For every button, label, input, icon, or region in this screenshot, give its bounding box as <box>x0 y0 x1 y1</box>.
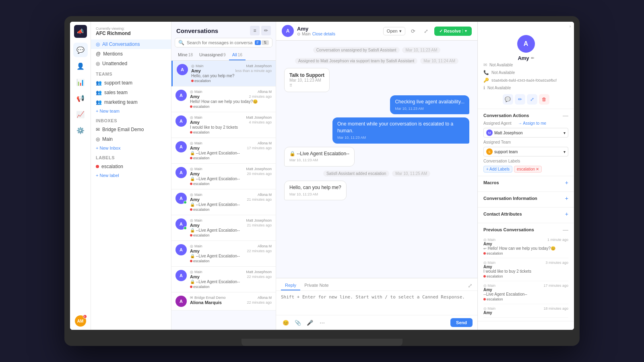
avatar: A <box>175 90 187 101</box>
delete-btn[interactable]: 🗑 <box>539 94 549 105</box>
sidebar-item-escalation-label[interactable]: escalation <box>91 162 171 171</box>
nav-reports-icon[interactable]: 📊 <box>73 75 88 89</box>
collapse-icon[interactable]: — <box>563 112 568 119</box>
panel-chevron-icon[interactable]: › <box>570 24 571 29</box>
conv-inbox: ✉ Bridge Email Demo <box>190 296 226 300</box>
sidebar-item-sales-team[interactable]: 👥 sales team <box>91 88 171 97</box>
assign-to-me-link[interactable]: → Assign to me <box>518 121 546 125</box>
conv-item-content: ◎ Main Matt Josephson Amy 4 minutes ago … <box>190 115 272 134</box>
prev-conv-name: Amy <box>483 288 568 292</box>
table-row[interactable]: A ◎ Main Allona M Amy 17 minutes ago 🔒 -… <box>171 138 276 164</box>
close-details-link[interactable]: Close details <box>312 32 335 36</box>
tab-all[interactable]: All16 <box>229 50 246 60</box>
conv-inbox: ◎ Main <box>190 167 202 171</box>
add-team-link[interactable]: + New team <box>91 107 171 115</box>
attachment-icon[interactable]: 📎 <box>293 318 303 327</box>
macros-expand-icon[interactable]: + <box>565 179 568 186</box>
conv-name: Amy <box>190 197 200 202</box>
table-row[interactable]: A ◎ Main Allona M Amy 21 minutes ago <box>171 189 276 215</box>
user-avatar[interactable]: AM 1 <box>75 315 86 327</box>
conv-inbox: ◎ Main <box>190 141 202 145</box>
sidebar-item-unattended[interactable]: ◎ Unattended <box>91 59 171 68</box>
sort-btn[interactable]: ⇅ <box>262 40 269 45</box>
add-labels-button[interactable]: + Add Labels <box>483 166 512 173</box>
edit-btn[interactable]: ✏ <box>515 94 525 105</box>
table-row[interactable]: A ◎ Main Allona M Amy 2 minutes ago Hell… <box>171 86 276 112</box>
table-row[interactable]: A ◎ Main Matt Josephson Amy less than a … <box>171 61 276 86</box>
team-label: marketing team <box>104 99 138 105</box>
sidebar-item-support-team[interactable]: 👥 support team <box>91 78 171 88</box>
table-row[interactable]: A ◎ Main Matt Josephson Amy 21 minutes a… <box>171 215 276 241</box>
macros-section: Macros + <box>478 176 574 192</box>
expand-icon[interactable]: ⤢ <box>468 282 473 289</box>
avatar: A <box>177 64 188 75</box>
conv-preview: 🔒 --Live Agent Escalation-- <box>190 254 258 258</box>
filter-icon[interactable]: F <box>255 40 261 45</box>
add-label-link[interactable]: + New label <box>91 171 171 179</box>
tab-reply[interactable]: Reply <box>281 281 300 290</box>
prev-conv-preview: --Live Agent Escalation-- <box>483 292 568 296</box>
sidebar-item-marketing-team[interactable]: 👥 marketing team <box>91 97 171 107</box>
message-row: Hello, can you help me? Mar 10, 11:23 AM <box>284 181 469 200</box>
conversation-search[interactable]: 🔍 F ⇅ <box>175 38 272 47</box>
send-button[interactable]: Send <box>450 318 473 327</box>
sidebar-item-all-conversations[interactable]: ◎ All Conversations <box>91 39 171 49</box>
table-row[interactable]: A ◎ Main Matt Josephson Amy 4 minutes ag… <box>171 112 276 138</box>
sidebar-item-main-inbox[interactable]: ◎ Main <box>91 134 171 144</box>
team-select[interactable]: S support team ▾ <box>483 147 568 156</box>
agent-select[interactable]: M Matt Josephson ▾ <box>483 128 568 138</box>
contact-section: A Amy ✏ ✉ Not Available 📞 Not Available <box>478 31 574 109</box>
prev-conv-inbox: ◎ Main <box>483 261 495 265</box>
conv-preview: I would like to buy 2 tickets <box>190 125 258 130</box>
audio-icon[interactable]: 🎤 <box>305 318 315 327</box>
edit-contact-icon[interactable]: ✏ <box>531 56 534 60</box>
nav-settings-icon[interactable]: ⚙️ <box>73 123 88 138</box>
conv-time: 22 minutes ago <box>247 275 272 279</box>
resolve-button[interactable]: ✓ Resolve ▾ <box>434 27 472 36</box>
conversation-actions-title: Conversation Actions <box>483 113 529 118</box>
table-row[interactable]: A ◎ Main Matt Josephson Amy 20 minutes a… <box>171 164 276 189</box>
list-item[interactable]: ◎ Main 17 minutes ago Amy --Live Agent E… <box>483 281 568 304</box>
info-icon: ℹ <box>483 85 485 90</box>
conv-agent: Matt Josephson <box>246 270 272 274</box>
conv-agent: Allona M <box>258 296 272 300</box>
tab-mine[interactable]: Mine18 <box>175 50 196 60</box>
new-conversation-btn[interactable]: 💬 <box>503 94 513 105</box>
reply-input[interactable] <box>281 294 473 306</box>
org-name: AFC Richmond <box>96 31 166 36</box>
tab-unassigned[interactable]: Unassigned9 <box>196 50 229 60</box>
remove-label-icon[interactable]: ✕ <box>536 167 539 171</box>
contact-info-id: 🔑 93a84bd6-8afd-4343-8ad4-f00a92a9fbcf <box>483 76 568 84</box>
sidebar-item-bridge-email[interactable]: ✉ Bridge Email Demo <box>91 125 171 134</box>
tab-private-note[interactable]: Private Note <box>300 281 333 290</box>
conv-item-content: ◎ Main Matt Josephson Amy 20 minutes ago… <box>190 167 272 186</box>
widget-action[interactable]: ⠿ <box>289 83 324 88</box>
previous-conversations-collapse-icon[interactable]: — <box>563 226 568 233</box>
add-inbox-link[interactable]: + New Inbox <box>91 144 171 152</box>
list-item[interactable]: ◎ Main 1 minute ago Amy ↩ Hello! How can… <box>483 235 568 258</box>
refresh-icon[interactable]: ⟳ <box>409 26 418 36</box>
table-row[interactable]: A ✉ Bridge Email Demo Allona M Aliona Ma… <box>171 292 276 311</box>
table-row[interactable]: A ◎ Main Matt Josephson Amy 22 minutes a… <box>171 267 276 292</box>
merge-btn[interactable]: ⤢ <box>527 94 537 105</box>
table-row[interactable]: A ◎ Main Allona M Amy 22 minutes ago 🔒 -… <box>171 241 276 267</box>
nav-analytics-icon[interactable]: 📈 <box>73 107 88 121</box>
emoji-icon[interactable]: 😊 <box>281 318 291 327</box>
nav-campaigns-icon[interactable]: 📢 <box>73 91 88 105</box>
conv-time: 20 minutes ago <box>247 172 272 176</box>
more-icon[interactable]: ⋯ <box>317 318 327 327</box>
nav-contacts-icon[interactable]: 👤 <box>73 59 88 73</box>
list-item[interactable]: ◎ Main 18 minutes ago Amy <box>483 304 568 318</box>
search-input[interactable] <box>187 40 252 45</box>
contact-attributes-expand-icon[interactable]: + <box>565 211 568 217</box>
sort-icon[interactable]: ≡ <box>250 26 260 35</box>
nav-conversations-icon[interactable]: 💬 <box>73 43 88 57</box>
conversation-info-expand-icon[interactable]: + <box>565 195 568 202</box>
list-item[interactable]: ◎ Main 3 minutes ago Amy I would like to… <box>483 258 568 281</box>
compose-icon[interactable]: ✏ <box>261 26 271 35</box>
sidebar-item-mentions[interactable]: @ Mentions <box>91 49 171 59</box>
reply-input-area[interactable] <box>276 291 477 315</box>
external-link-icon[interactable]: ⤢ <box>421 26 431 36</box>
conv-preview: 🔒 --Live Agent Escalation-- <box>190 202 258 207</box>
open-status-select[interactable]: Open ▾ <box>383 27 405 35</box>
